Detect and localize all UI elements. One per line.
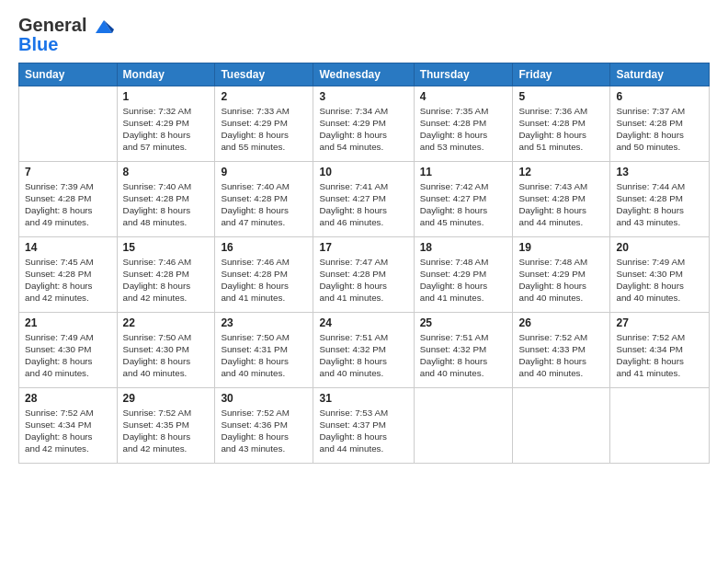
calendar-cell: 26Sunrise: 7:52 AM Sunset: 4:33 PM Dayli… [513, 312, 610, 387]
logo: General Blue [18, 15, 114, 53]
calendar-week-3: 21Sunrise: 7:49 AM Sunset: 4:30 PM Dayli… [19, 312, 710, 387]
day-number: 5 [518, 90, 604, 103]
calendar-cell: 23Sunrise: 7:50 AM Sunset: 4:31 PM Dayli… [215, 312, 313, 387]
weekday-friday: Friday [513, 63, 610, 86]
calendar-cell: 16Sunrise: 7:46 AM Sunset: 4:28 PM Dayli… [215, 236, 313, 312]
calendar-cell: 10Sunrise: 7:41 AM Sunset: 4:27 PM Dayli… [313, 161, 414, 236]
calendar-cell: 14Sunrise: 7:45 AM Sunset: 4:28 PM Dayli… [19, 236, 118, 312]
day-info: Sunrise: 7:53 AM Sunset: 4:37 PM Dayligh… [319, 407, 407, 455]
calendar-cell: 5Sunrise: 7:36 AM Sunset: 4:28 PM Daylig… [513, 86, 610, 161]
day-number: 13 [616, 166, 703, 178]
day-info: Sunrise: 7:51 AM Sunset: 4:32 PM Dayligh… [319, 331, 407, 380]
day-number: 31 [319, 392, 407, 405]
calendar-cell [513, 387, 610, 463]
calendar-cell: 31Sunrise: 7:53 AM Sunset: 4:37 PM Dayli… [313, 387, 414, 463]
day-info: Sunrise: 7:52 AM Sunset: 4:34 PM Dayligh… [25, 407, 111, 455]
day-info: Sunrise: 7:42 AM Sunset: 4:27 PM Dayligh… [420, 180, 507, 229]
calendar-cell: 4Sunrise: 7:35 AM Sunset: 4:28 PM Daylig… [414, 86, 513, 161]
day-info: Sunrise: 7:48 AM Sunset: 4:29 PM Dayligh… [420, 256, 507, 304]
weekday-thursday: Thursday [414, 63, 513, 86]
day-number: 18 [420, 241, 507, 254]
day-info: Sunrise: 7:52 AM Sunset: 4:35 PM Dayligh… [123, 407, 210, 455]
weekday-monday: Monday [117, 63, 215, 86]
day-number: 15 [123, 241, 210, 254]
day-info: Sunrise: 7:50 AM Sunset: 4:31 PM Dayligh… [221, 331, 307, 380]
calendar-week-2: 14Sunrise: 7:45 AM Sunset: 4:28 PM Dayli… [19, 236, 710, 312]
day-info: Sunrise: 7:41 AM Sunset: 4:27 PM Dayligh… [319, 180, 407, 229]
calendar-cell: 24Sunrise: 7:51 AM Sunset: 4:32 PM Dayli… [313, 312, 414, 387]
day-number: 29 [123, 392, 210, 405]
day-number: 27 [616, 316, 703, 329]
day-number: 20 [616, 241, 703, 254]
logo-blue: Blue [18, 35, 114, 53]
day-number: 6 [616, 90, 703, 103]
weekday-tuesday: Tuesday [215, 63, 313, 86]
calendar-cell: 30Sunrise: 7:52 AM Sunset: 4:36 PM Dayli… [215, 387, 313, 463]
day-info: Sunrise: 7:35 AM Sunset: 4:28 PM Dayligh… [420, 105, 507, 154]
day-number: 12 [518, 166, 604, 178]
calendar-cell: 1Sunrise: 7:32 AM Sunset: 4:29 PM Daylig… [117, 86, 215, 161]
weekday-saturday: Saturday [610, 63, 710, 86]
day-number: 30 [221, 392, 307, 405]
day-info: Sunrise: 7:46 AM Sunset: 4:28 PM Dayligh… [221, 256, 307, 304]
calendar-cell [19, 86, 118, 161]
page: General Blue SundayMondayTuesdayWednesda… [0, 0, 728, 563]
day-number: 16 [221, 241, 307, 254]
day-number: 22 [123, 316, 210, 329]
day-info: Sunrise: 7:37 AM Sunset: 4:28 PM Dayligh… [616, 105, 703, 154]
day-number: 8 [123, 166, 210, 178]
day-info: Sunrise: 7:48 AM Sunset: 4:29 PM Dayligh… [518, 256, 604, 304]
day-number: 23 [221, 316, 307, 329]
day-info: Sunrise: 7:52 AM Sunset: 4:33 PM Dayligh… [518, 331, 604, 380]
day-info: Sunrise: 7:49 AM Sunset: 4:30 PM Dayligh… [616, 256, 703, 304]
day-info: Sunrise: 7:34 AM Sunset: 4:29 PM Dayligh… [319, 105, 407, 154]
calendar-week-1: 7Sunrise: 7:39 AM Sunset: 4:28 PM Daylig… [19, 161, 710, 236]
day-info: Sunrise: 7:40 AM Sunset: 4:28 PM Dayligh… [123, 180, 210, 229]
day-info: Sunrise: 7:43 AM Sunset: 4:28 PM Dayligh… [518, 180, 604, 229]
calendar-cell [414, 387, 513, 463]
calendar-cell: 28Sunrise: 7:52 AM Sunset: 4:34 PM Dayli… [19, 387, 118, 463]
calendar-cell: 19Sunrise: 7:48 AM Sunset: 4:29 PM Dayli… [513, 236, 610, 312]
day-number: 7 [25, 166, 111, 178]
day-number: 26 [518, 316, 604, 329]
day-number: 14 [25, 241, 111, 254]
weekday-header-row: SundayMondayTuesdayWednesdayThursdayFrid… [19, 63, 710, 86]
day-number: 3 [319, 90, 407, 103]
day-info: Sunrise: 7:45 AM Sunset: 4:28 PM Dayligh… [25, 256, 111, 304]
calendar-cell: 13Sunrise: 7:44 AM Sunset: 4:28 PM Dayli… [610, 161, 710, 236]
day-number: 9 [221, 166, 307, 178]
calendar-cell: 11Sunrise: 7:42 AM Sunset: 4:27 PM Dayli… [414, 161, 513, 236]
day-number: 25 [420, 316, 507, 329]
day-info: Sunrise: 7:50 AM Sunset: 4:30 PM Dayligh… [123, 331, 210, 380]
weekday-wednesday: Wednesday [313, 63, 414, 86]
calendar-table: SundayMondayTuesdayWednesdayThursdayFrid… [18, 63, 710, 464]
calendar-cell: 7Sunrise: 7:39 AM Sunset: 4:28 PM Daylig… [19, 161, 118, 236]
day-info: Sunrise: 7:44 AM Sunset: 4:28 PM Dayligh… [616, 180, 703, 229]
day-info: Sunrise: 7:47 AM Sunset: 4:28 PM Dayligh… [319, 256, 407, 304]
calendar-cell: 25Sunrise: 7:51 AM Sunset: 4:32 PM Dayli… [414, 312, 513, 387]
day-info: Sunrise: 7:52 AM Sunset: 4:34 PM Dayligh… [616, 331, 703, 380]
weekday-sunday: Sunday [19, 63, 118, 86]
day-info: Sunrise: 7:46 AM Sunset: 4:28 PM Dayligh… [123, 256, 210, 304]
logo-icon [94, 17, 114, 37]
day-info: Sunrise: 7:33 AM Sunset: 4:29 PM Dayligh… [221, 105, 307, 154]
day-info: Sunrise: 7:36 AM Sunset: 4:28 PM Dayligh… [518, 105, 604, 154]
calendar-cell: 8Sunrise: 7:40 AM Sunset: 4:28 PM Daylig… [117, 161, 215, 236]
day-number: 19 [518, 241, 604, 254]
day-number: 2 [221, 90, 307, 103]
calendar-cell: 20Sunrise: 7:49 AM Sunset: 4:30 PM Dayli… [610, 236, 710, 312]
day-number: 28 [25, 392, 111, 405]
header: General Blue [18, 15, 710, 53]
calendar-cell: 9Sunrise: 7:40 AM Sunset: 4:28 PM Daylig… [215, 161, 313, 236]
day-number: 4 [420, 90, 507, 103]
calendar-cell: 27Sunrise: 7:52 AM Sunset: 4:34 PM Dayli… [610, 312, 710, 387]
calendar-cell [610, 387, 710, 463]
day-number: 24 [319, 316, 407, 329]
calendar-cell: 2Sunrise: 7:33 AM Sunset: 4:29 PM Daylig… [215, 86, 313, 161]
calendar-week-0: 1Sunrise: 7:32 AM Sunset: 4:29 PM Daylig… [19, 86, 710, 161]
calendar-week-4: 28Sunrise: 7:52 AM Sunset: 4:34 PM Dayli… [19, 387, 710, 463]
day-number: 11 [420, 166, 507, 178]
day-number: 21 [25, 316, 111, 329]
calendar-cell: 18Sunrise: 7:48 AM Sunset: 4:29 PM Dayli… [414, 236, 513, 312]
calendar-cell: 21Sunrise: 7:49 AM Sunset: 4:30 PM Dayli… [19, 312, 118, 387]
